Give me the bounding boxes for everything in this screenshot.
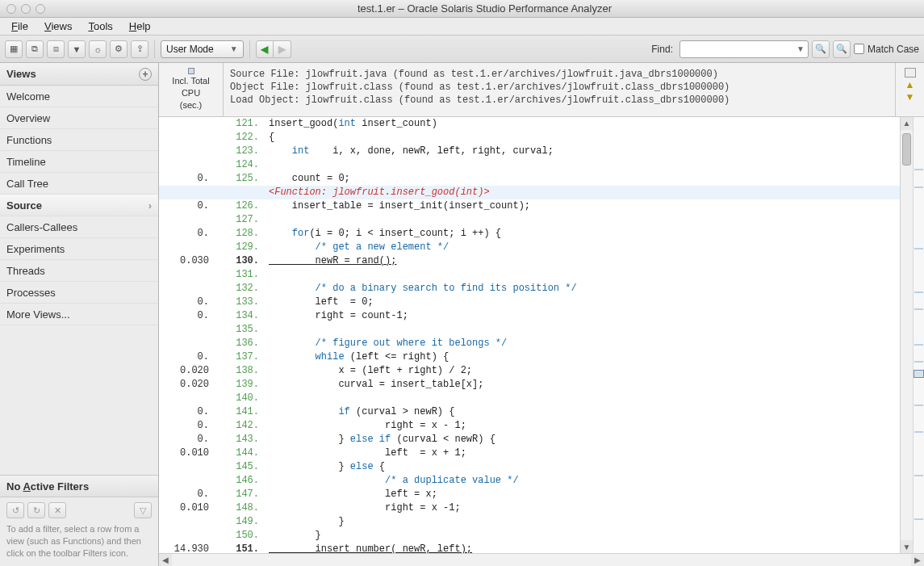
source-line[interactable]: 132. /* do a binary search to find its p… (159, 282, 900, 296)
hot-nav-up-icon[interactable]: ▲ (905, 81, 915, 90)
source-line[interactable]: 0.143. } else if (curval < newR) { (159, 433, 900, 447)
vertical-scrollbar[interactable]: ▲ ▼ (900, 117, 913, 553)
source-line[interactable]: 136. /* figure out where it belongs */ (159, 337, 900, 350)
source-line[interactable]: 14.930151. insert_number( newR, left); (159, 543, 900, 553)
sidebar-item-processes[interactable]: Processes (0, 282, 158, 304)
source-line[interactable]: 0.142. right = x - 1; (159, 419, 900, 433)
menu-views[interactable]: Views (38, 19, 78, 34)
menu-tools[interactable]: Tools (82, 19, 119, 34)
line-number: 125. (224, 172, 267, 186)
views-header-label: Views (6, 68, 36, 80)
code-cell (267, 392, 900, 405)
export-button[interactable]: ⇪ (131, 40, 148, 58)
minimize-window-icon[interactable] (21, 4, 31, 14)
menu-file[interactable]: File (5, 19, 35, 34)
source-line[interactable]: 0.020139. curval = insert_table[x]; (159, 378, 900, 392)
source-line[interactable]: 0.128. for(i = 0; i < insert_count; i ++… (159, 227, 900, 241)
source-line[interactable]: 123. int i, x, done, newR, left, right, … (159, 145, 900, 158)
code-cell (267, 213, 900, 227)
menu-help[interactable]: Help (123, 19, 157, 34)
hot-nav-down-icon[interactable]: ▼ (905, 93, 915, 102)
code-cell: if (curval > newR) { (267, 405, 900, 419)
scroll-right-button[interactable]: ▶ (911, 554, 924, 567)
source-line[interactable]: 135. (159, 323, 900, 337)
metric-cell (159, 145, 224, 158)
source-line[interactable]: 0.147. left = x; (159, 488, 900, 501)
source-line[interactable]: 0.010148. right = x -1; (159, 501, 900, 515)
sidebar-item-callers-callees[interactable]: Callers-Callees (0, 216, 158, 238)
sidebar-item-overview[interactable]: Overview (0, 107, 158, 129)
nav-back-button[interactable]: ◀ (256, 40, 274, 58)
filters-hint: To add a filter, select a row from a vie… (6, 523, 152, 560)
source-line[interactable]: 150. } (159, 529, 900, 543)
filter-funnel-icon[interactable]: ▽ (134, 502, 152, 518)
source-line[interactable]: 0.141. if (curval > newR) { (159, 405, 900, 419)
overview-strip[interactable] (913, 117, 924, 553)
line-number: 126. (224, 199, 267, 213)
source-table[interactable]: 121.insert_good(int insert_count)122.{12… (159, 117, 900, 553)
filter-button[interactable]: ▼ (68, 40, 86, 58)
line-number: 135. (224, 323, 267, 337)
line-number: 134. (224, 309, 267, 323)
zoom-window-icon[interactable] (36, 4, 45, 14)
find-prev-button[interactable]: 🔍 (833, 40, 851, 58)
sidebar-item-timeline[interactable]: Timeline (0, 151, 158, 173)
source-line[interactable]: 127. (159, 213, 900, 227)
metric-column-header[interactable]: Incl. Total CPU (sec.) (159, 63, 224, 116)
source-line[interactable]: 146. /* a duplicate value */ (159, 474, 900, 488)
source-line[interactable]: 0.126. insert_table = insert_init(insert… (159, 199, 900, 213)
traffic-lights (6, 4, 45, 14)
source-line[interactable]: 0.133. left = 0; (159, 296, 900, 309)
source-line[interactable]: 129. /* get a new element */ (159, 241, 900, 254)
sidebar-item-threads[interactable]: Threads (0, 260, 158, 282)
view-mode-select[interactable]: User Mode ▼ (161, 40, 244, 58)
metric-cell: 0. (159, 405, 224, 419)
horizontal-scrollbar[interactable]: ◀ ▶ (159, 553, 924, 566)
combine-button[interactable]: ⧇ (47, 40, 65, 58)
source-line[interactable]: 0.134. right = count-1; (159, 309, 900, 323)
find-next-button[interactable]: 🔍 (812, 40, 830, 58)
metric-col-line3: (sec.) (180, 100, 203, 111)
compare-button[interactable]: ⧉ (26, 40, 44, 58)
scroll-left-button[interactable]: ◀ (159, 554, 172, 567)
sidebar-item-call-tree[interactable]: Call Tree (0, 173, 158, 195)
sidebar-item-welcome[interactable]: Welcome (0, 86, 158, 107)
source-header-actions: ▲ ▼ (895, 63, 924, 116)
filter-remove-button[interactable]: ✕ (48, 502, 66, 518)
sidebar-item-source[interactable]: Source (0, 195, 158, 216)
match-case-checkbox[interactable] (854, 44, 864, 54)
source-line[interactable]: 0.030130. newR = rand(); (159, 254, 900, 268)
line-number: 147. (224, 488, 267, 501)
source-line[interactable]: 140. (159, 392, 900, 405)
open-experiment-button[interactable]: ▦ (5, 40, 23, 58)
settings-button[interactable]: ⚙ (110, 40, 128, 58)
source-line[interactable]: 0.020138. x = (left + right) / 2; (159, 364, 900, 378)
source-line[interactable]: 149. } (159, 515, 900, 529)
scroll-up-button[interactable]: ▲ (901, 117, 913, 130)
source-line[interactable]: 0.137. while (left <= right) { (159, 350, 900, 364)
function-marker-row[interactable]: <Function: jlowfruit.insert_good(int)> (159, 186, 900, 199)
source-line[interactable]: 0.125. count = 0; (159, 172, 900, 186)
nav-forward-button[interactable]: ▶ (274, 40, 291, 58)
sidebar-item-experiments[interactable]: Experiments (0, 238, 158, 260)
source-line[interactable]: 121.insert_good(int insert_count) (159, 117, 900, 131)
source-line[interactable]: 0.010144. left = x + 1; (159, 447, 900, 460)
filter-redo-button[interactable]: ↻ (27, 502, 45, 518)
find-input[interactable]: ▼ (679, 40, 809, 58)
add-view-button[interactable]: + (139, 68, 152, 81)
source-line[interactable]: 131. (159, 268, 900, 282)
metrics-button[interactable]: ☼ (89, 40, 107, 58)
code-cell: } (267, 515, 900, 529)
source-line[interactable]: 124. (159, 158, 900, 172)
source-settings-icon[interactable] (905, 68, 916, 78)
source-line[interactable]: 145. } else { (159, 460, 900, 474)
sidebar-item-more-views-[interactable]: More Views... (0, 304, 158, 325)
close-window-icon[interactable] (6, 4, 16, 14)
filter-undo-button[interactable]: ↺ (6, 502, 24, 518)
sidebar-item-functions[interactable]: Functions (0, 129, 158, 151)
scroll-thumb[interactable] (902, 133, 911, 166)
scroll-down-button[interactable]: ▼ (901, 540, 913, 553)
line-number (224, 186, 267, 199)
metric-col-line1: Incl. Total (172, 76, 209, 86)
source-line[interactable]: 122.{ (159, 131, 900, 145)
